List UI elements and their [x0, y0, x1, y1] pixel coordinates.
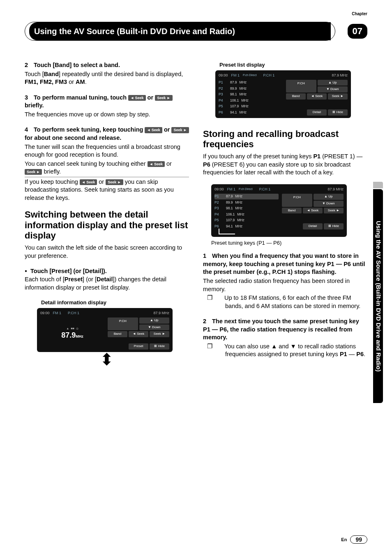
preset-row[interactable]: P694.1MHz	[219, 109, 283, 115]
step4-head: 4To perform seek tuning, keep touching ◄…	[25, 126, 189, 142]
heading-switch-display: Switching between the detail information…	[25, 209, 189, 241]
seek-right-icon: Seek ►	[25, 169, 42, 175]
seek-left-button[interactable]: ◄ Seek	[303, 208, 323, 214]
down-button[interactable]: ▼ Down	[314, 201, 344, 207]
switch-body: You can switch the left side of the basi…	[25, 244, 189, 260]
band-button[interactable]: Band	[286, 93, 306, 100]
preset-tuning-screenshot: 09:00 FM 1 P.ch Direct P.CH 1 87.9 MHz P…	[211, 184, 347, 237]
preset-row[interactable]: P398.1MHz	[219, 92, 283, 97]
up-button[interactable]: ▲ Up	[139, 317, 170, 324]
note-memory-capacity: ❐Up to 18 FM stations, 6 for each of the…	[225, 294, 367, 310]
note-recall-arrows: ❐You can also use ▲ and ▼ to recall radi…	[225, 343, 367, 359]
detail-button[interactable]: Detail	[307, 109, 327, 116]
seek-right-button[interactable]: Seek ►	[324, 208, 344, 214]
hide-button[interactable]: ⊠ Hide	[150, 343, 169, 350]
seek-right-button[interactable]: Seek ►	[328, 93, 348, 100]
hide-button[interactable]: ⊠ Hide	[328, 109, 348, 116]
transition-arrow-icon: ⬍	[25, 354, 189, 364]
step4-body2: You can cancel seek tuning by touching e…	[25, 160, 189, 176]
seek-left-icon: ◄ Seek	[148, 161, 165, 167]
preset-row[interactable]: P187.9MHz	[219, 80, 283, 86]
step4-body1: The tuner will scan the frequencies unti…	[25, 143, 189, 159]
seek-right-icon: Seek ►	[106, 179, 123, 185]
band-button[interactable]: Band	[108, 331, 127, 337]
seek-right-icon: Seek ►	[155, 95, 172, 101]
footer-page-number: 99	[350, 535, 367, 544]
pch-button[interactable]: P.CH	[286, 80, 316, 93]
heading-storing: Storing and recalling broadcast frequenc…	[203, 129, 367, 150]
preset-list-screenshot: 09:00 FM 1 P.ch Direct P.CH 1 87.9 MHz P…	[215, 70, 351, 118]
pch-button[interactable]: P.CH	[282, 194, 312, 207]
preset-row[interactable]: P4106.1MHz	[219, 97, 283, 103]
preset-row[interactable]: P289.9MHz	[219, 86, 283, 91]
seek-right-button[interactable]: Seek ►	[150, 331, 169, 337]
header-title: Using the AV Source (Built-in DVD Drive …	[29, 22, 331, 40]
seek-left-button[interactable]: ◄ Seek	[307, 93, 327, 100]
pch-button[interactable]: P.CH	[108, 317, 138, 331]
step4-body3: If you keep touching ◄ Seek or Seek ► yo…	[25, 177, 189, 202]
left-column: 2Touch [Band] to select a band. Touch [B…	[25, 61, 189, 366]
side-tab: Using the AV Source (Built-in DVD Drive …	[373, 189, 383, 403]
detail-info-screenshot: 09:00 FM 1 P.CH 1 87.9 MHz ▲■■◎ 87.9MHz …	[37, 308, 173, 352]
footer-lang: En	[341, 537, 347, 542]
side-tab-stub	[373, 182, 383, 188]
seek-left-button[interactable]: ◄ Seek	[129, 331, 148, 337]
preset-row[interactable]: P187.9MHz	[214, 194, 279, 199]
touch-preset-head: Touch [Preset] (or [Detail]).	[25, 267, 189, 276]
right-column: Preset list display 09:00 FM 1 P.ch Dire…	[203, 61, 367, 366]
step2-body: Touch [Band] repeatedly until the desire…	[25, 70, 189, 86]
storing-step1-head: 1When you find a frequency that you want…	[203, 252, 367, 276]
preset-button[interactable]: Preset	[129, 343, 148, 350]
preset-row[interactable]: P398.1MHz	[214, 206, 279, 211]
seek-left-icon: ◄ Seek	[145, 127, 162, 133]
caption-detail-display: Detail information display	[41, 299, 189, 306]
chapter-number-badge: 07	[348, 24, 367, 39]
preset-row[interactable]: P5107.9MHz	[219, 104, 283, 109]
hide-button[interactable]: ⊠ Hide	[324, 223, 344, 229]
step3-body: The frequencies move up or down step by …	[25, 111, 189, 119]
down-button[interactable]: ▼ Down	[139, 324, 170, 331]
up-button[interactable]: ▲ Up	[318, 80, 348, 86]
seek-left-icon: ◄ Seek	[128, 95, 145, 101]
preset-row[interactable]: P5107.9MHz	[214, 218, 279, 223]
step2-head: Touch [Band] to select a band.	[34, 62, 120, 68]
band-button[interactable]: Band	[282, 208, 302, 214]
preset-row[interactable]: P694.1MHz	[214, 223, 279, 229]
seek-left-icon: ◄ Seek	[80, 179, 97, 185]
touch-preset-body: Each touch of [Preset] (or [Detail]) cha…	[25, 276, 189, 292]
page-footer: En 99	[341, 535, 367, 544]
storing-body: If you touch any of the preset tuning ke…	[203, 153, 367, 177]
up-button[interactable]: ▲ Up	[314, 194, 344, 200]
chapter-label: Chapter	[352, 12, 367, 16]
page-header: Using the AV Source (Built-in DVD Drive …	[25, 22, 367, 41]
down-button[interactable]: ▼ Down	[318, 86, 348, 93]
caption-tuning-keys: Preset tuning keys (P1 — P6)	[211, 239, 367, 247]
storing-step1-body: The selected radio station frequency has…	[203, 277, 367, 293]
preset-row[interactable]: P289.9MHz	[214, 199, 279, 205]
detail-button[interactable]: Detail	[303, 223, 323, 229]
seek-right-icon: Seek ►	[171, 127, 189, 133]
storing-step2-head: 2The next time you touch the same preset…	[203, 317, 367, 342]
caption-preset-display: Preset list display	[219, 61, 367, 69]
step3-head: 3To perform manual tuning, touch ◄ Seek …	[25, 94, 189, 110]
preset-row[interactable]: P4106.1MHz	[214, 211, 279, 217]
